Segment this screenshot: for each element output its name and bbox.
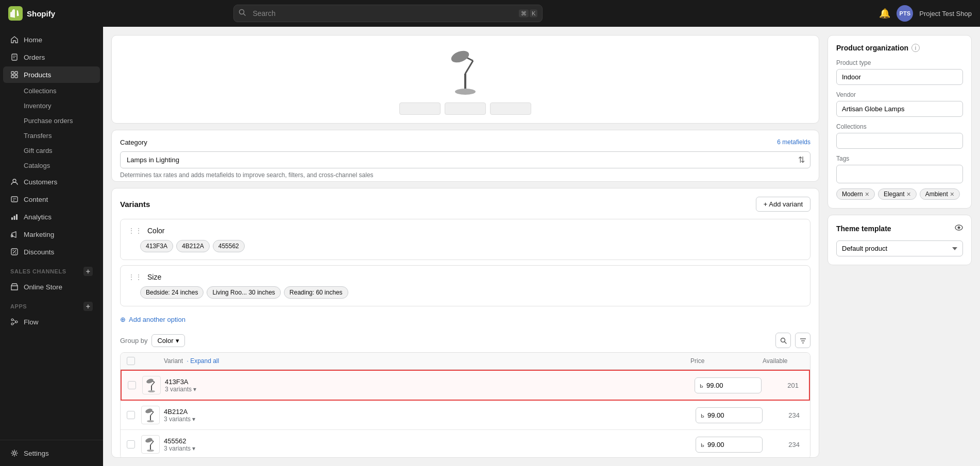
- sidebar-item-collections[interactable]: Collections: [3, 84, 100, 98]
- variants-table: Variant · Expand all Price Available: [120, 352, 810, 458]
- size-badge-0: Bedside: 24 inches: [140, 286, 204, 299]
- product-image-card: [111, 35, 819, 124]
- sidebar-item-settings[interactable]: Settings: [3, 445, 100, 461]
- variant-checkbox-0[interactable]: [128, 381, 136, 389]
- sidebar-item-orders-label: Orders: [24, 54, 45, 61]
- variant-count-0[interactable]: 3 variants ▾: [165, 386, 695, 393]
- sidebar-item-gift-cards[interactable]: Gift cards: [3, 144, 100, 158]
- drag-handle-color[interactable]: ⋮⋮: [128, 227, 142, 235]
- svg-point-23: [15, 321, 18, 323]
- search-variants-icon[interactable]: [775, 333, 791, 348]
- search-input[interactable]: [233, 5, 543, 22]
- variant-name-0: 413F3A: [165, 378, 695, 386]
- svg-point-52: [147, 450, 154, 452]
- product-type-input[interactable]: [836, 69, 963, 85]
- nav-right: 🔔 PTS Project Test Shop: [879, 5, 972, 22]
- svg-rect-7: [15, 72, 18, 74]
- svg-rect-8: [11, 75, 14, 78]
- avatar[interactable]: PTS: [897, 5, 913, 22]
- svg-point-41: [146, 378, 154, 384]
- metafields-link[interactable]: 6 metafields: [777, 139, 810, 146]
- variants-card: Variants + Add variant ⋮⋮ Color 413F3A: [111, 188, 819, 458]
- expand-all-link[interactable]: · Expand all: [187, 357, 219, 365]
- vendor-label: Vendor: [836, 91, 963, 98]
- tags-container[interactable]: [836, 165, 963, 183]
- add-variant-button[interactable]: + Add variant: [756, 197, 810, 212]
- sidebar-item-catalogs[interactable]: Catalogs: [3, 159, 100, 172]
- app-body: Home Orders Products Collections Invento…: [0, 27, 980, 466]
- sidebar-item-transfers[interactable]: Transfers: [3, 129, 100, 143]
- price-input-0[interactable]: [695, 377, 762, 393]
- category-help-text: Determines tax rates and adds metafields…: [120, 171, 810, 179]
- sidebar-item-customers[interactable]: Customers: [3, 174, 100, 190]
- sidebar-item-marketing[interactable]: Marketing: [3, 226, 100, 243]
- sidebar-item-discounts[interactable]: Discounts: [3, 244, 100, 260]
- add-another-option-button[interactable]: ⊕ Add another option: [120, 312, 185, 327]
- svg-line-26: [13, 322, 15, 324]
- svg-point-42: [148, 390, 155, 392]
- price-input-1[interactable]: [696, 407, 763, 423]
- sidebar-item-online-store-label: Online Store: [24, 283, 62, 291]
- sidebar-item-home[interactable]: Home: [3, 31, 100, 48]
- size-badge-2: Reading: 60 inches: [284, 286, 348, 299]
- logo[interactable]: Shopify: [8, 6, 55, 21]
- group-by-select[interactable]: Color ▾: [151, 334, 184, 347]
- variant-checkbox-2[interactable]: [127, 440, 135, 448]
- sidebar-item-orders[interactable]: Orders: [3, 49, 100, 65]
- svg-point-27: [13, 452, 16, 455]
- drag-handle-size[interactable]: ⋮⋮: [128, 273, 142, 281]
- svg-line-2: [244, 14, 246, 16]
- add-sales-channel-btn[interactable]: +: [83, 267, 93, 276]
- sidebar-item-online-store[interactable]: Online Store: [3, 279, 100, 295]
- sidebar-item-content[interactable]: Content: [3, 191, 100, 208]
- svg-point-31: [450, 48, 471, 64]
- sidebar-item-inventory[interactable]: Inventory: [3, 99, 100, 113]
- variant-count-1[interactable]: 3 variants ▾: [164, 416, 696, 423]
- price-input-wrap-0: ь: [695, 377, 762, 393]
- category-label: Category: [120, 139, 147, 146]
- add-variant-label: + Add variant: [764, 200, 803, 208]
- svg-point-10: [13, 179, 16, 182]
- tag-ambient-remove[interactable]: ×: [950, 191, 954, 198]
- filter-variants-icon[interactable]: [795, 333, 810, 348]
- category-card: Category 6 metafields Lamps in Lighting …: [111, 130, 819, 182]
- sidebar-item-analytics[interactable]: Analytics: [3, 209, 100, 225]
- variant-info-0: 413F3A 3 variants ▾: [165, 378, 695, 393]
- variant-row-455562: 455562 3 variants ▾ ь: [121, 430, 810, 458]
- sidebar-item-home-label: Home: [24, 36, 42, 44]
- tag-elegant-remove[interactable]: ×: [907, 191, 911, 198]
- available-1: 234: [768, 411, 804, 419]
- discounts-icon: [10, 248, 19, 256]
- variant-row-highlighted-wrapper: 413F3A 3 variants ▾ ь: [121, 370, 810, 401]
- info-icon[interactable]: i: [911, 44, 920, 52]
- sidebar-item-flow[interactable]: Flow: [3, 314, 100, 330]
- select-all-checkbox[interactable]: [127, 357, 135, 365]
- category-select-wrapper: Lamps in Lighting ⇅: [120, 151, 810, 168]
- price-input-wrap-1: ь: [696, 407, 763, 423]
- variant-count-2[interactable]: 3 variants ▾: [164, 445, 696, 452]
- sidebar-item-purchase-orders[interactable]: Purchase orders: [3, 114, 100, 128]
- sidebar-item-analytics-label: Analytics: [24, 213, 52, 221]
- svg-point-51: [145, 437, 153, 443]
- variant-checkbox-1[interactable]: [127, 411, 135, 419]
- view-template-icon[interactable]: [955, 223, 963, 233]
- sidebar-item-products[interactable]: Products: [3, 66, 100, 83]
- svg-point-21: [15, 253, 16, 254]
- add-app-btn[interactable]: +: [83, 302, 93, 311]
- group-by-icons: [775, 333, 810, 348]
- main-content: Category 6 metafields Lamps in Lighting …: [103, 27, 980, 466]
- theme-template-card: Theme template Default product: [827, 215, 972, 265]
- sidebar-item-settings-label: Settings: [24, 450, 49, 457]
- notification-icon[interactable]: 🔔: [879, 8, 890, 19]
- category-section: Category 6 metafields Lamps in Lighting …: [112, 130, 819, 182]
- theme-template-select[interactable]: Default product: [836, 240, 963, 256]
- store-icon: [10, 283, 19, 291]
- product-organization-card: Product organization i Product type Vend…: [827, 35, 972, 209]
- variant-info-2: 455562 3 variants ▾: [164, 437, 696, 452]
- category-select[interactable]: Lamps in Lighting: [121, 152, 810, 168]
- collections-input[interactable]: [836, 133, 963, 149]
- price-input-2[interactable]: [696, 437, 763, 453]
- vendor-input[interactable]: [836, 101, 963, 117]
- tag-modern-remove[interactable]: ×: [865, 191, 869, 198]
- center-column: Category 6 metafields Lamps in Lighting …: [111, 35, 819, 458]
